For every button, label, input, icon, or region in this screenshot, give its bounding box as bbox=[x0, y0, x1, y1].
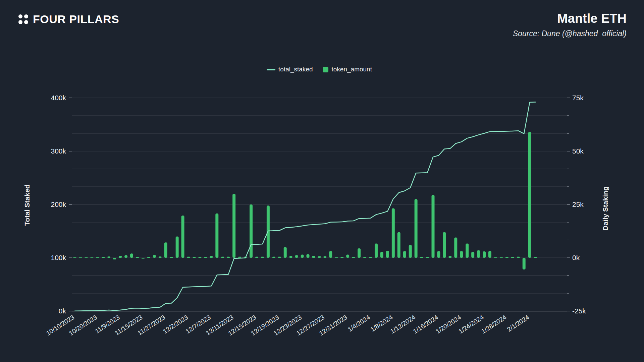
token-amount-bar bbox=[443, 232, 446, 258]
left-axis-tick-label: 200k bbox=[51, 200, 66, 208]
token-amount-bar bbox=[187, 257, 190, 258]
token-amount-bar bbox=[272, 257, 275, 258]
token-amount-bar bbox=[346, 254, 349, 258]
token-amount-bar bbox=[261, 257, 264, 258]
token-amount-bar bbox=[295, 255, 298, 258]
token-amount-bar bbox=[528, 132, 531, 258]
token-amount-bar bbox=[227, 257, 230, 258]
x-axis-date-label: 1/16/2024 bbox=[412, 314, 440, 335]
token-amount-bar bbox=[278, 257, 281, 258]
token-amount-bar bbox=[386, 251, 389, 258]
token-amount-bar bbox=[307, 254, 310, 258]
token-amount-bar bbox=[335, 257, 338, 258]
token-amount-bar bbox=[494, 257, 497, 258]
token-amount-bar bbox=[460, 251, 463, 258]
right-axis-tick-label: 25k bbox=[572, 200, 584, 208]
token-amount-bar bbox=[204, 257, 207, 258]
token-amount-bar bbox=[142, 258, 145, 259]
token-amount-bar bbox=[284, 247, 287, 258]
token-amount-bar bbox=[255, 257, 258, 258]
token-amount-bar bbox=[477, 250, 480, 258]
token-amount-bar bbox=[170, 257, 173, 258]
token-amount-bar bbox=[301, 254, 304, 258]
token-amount-bar bbox=[403, 251, 406, 258]
token-amount-bar bbox=[176, 236, 179, 258]
token-amount-bar bbox=[198, 257, 201, 258]
token-amount-bar bbox=[437, 251, 440, 258]
token-amount-bar bbox=[181, 216, 184, 258]
left-axis-title: Total Staked bbox=[23, 184, 31, 226]
token-amount-bar bbox=[375, 243, 378, 258]
token-amount-bars bbox=[73, 132, 537, 269]
token-amount-bar bbox=[358, 248, 361, 258]
token-amount-bar bbox=[500, 257, 503, 258]
right-axis-tick-label: 0k bbox=[572, 254, 580, 261]
token-amount-bar bbox=[483, 251, 486, 258]
token-amount-bar bbox=[312, 256, 315, 258]
token-amount-bar bbox=[90, 257, 93, 258]
token-amount-bar bbox=[426, 257, 429, 258]
token-amount-bar bbox=[289, 256, 292, 258]
right-axis-tick-label: -25k bbox=[572, 307, 586, 315]
token-amount-bar bbox=[340, 257, 343, 258]
token-amount-bar bbox=[136, 257, 139, 258]
token-amount-bar bbox=[488, 251, 491, 258]
token-amount-bar bbox=[119, 256, 122, 258]
token-amount-bar bbox=[318, 256, 321, 258]
token-amount-bar bbox=[113, 258, 116, 259]
token-amount-bar bbox=[380, 252, 383, 258]
left-axis-tick-label: 0k bbox=[59, 307, 66, 315]
token-amount-bar bbox=[124, 255, 127, 258]
x-axis-date-label: 1/20/2024 bbox=[435, 314, 463, 335]
token-amount-bar bbox=[523, 258, 526, 269]
token-amount-bar bbox=[221, 257, 224, 258]
x-axis-date-label: 1/12/2024 bbox=[389, 314, 417, 335]
token-amount-bar bbox=[352, 257, 355, 258]
left-axis-tick-label: 400k bbox=[51, 94, 66, 102]
token-amount-bar bbox=[323, 256, 326, 258]
token-amount-bar bbox=[397, 232, 400, 258]
token-amount-bar bbox=[471, 252, 474, 258]
token-amount-bar bbox=[409, 245, 412, 258]
token-amount-bar bbox=[466, 243, 469, 258]
token-amount-bar bbox=[420, 257, 423, 258]
page-root: FOUR PILLARS Mantle ETH Source: Dune (@h… bbox=[0, 0, 644, 362]
token-amount-bar bbox=[107, 256, 110, 258]
token-amount-bar bbox=[250, 204, 253, 258]
right-axis-title: Daily Staking bbox=[601, 186, 609, 231]
token-amount-bar bbox=[511, 257, 514, 258]
token-amount-bar bbox=[102, 257, 105, 258]
token-amount-bar bbox=[147, 257, 150, 258]
staking-chart: 0k100k200k300k400k-25k0k25k50k75kTotal S… bbox=[0, 0, 644, 362]
token-amount-bar bbox=[329, 251, 332, 258]
token-amount-bar bbox=[85, 257, 88, 258]
token-amount-bar bbox=[96, 257, 99, 258]
token-amount-bar bbox=[79, 257, 82, 258]
token-amount-bar bbox=[159, 256, 162, 258]
token-amount-bar bbox=[210, 256, 213, 258]
token-amount-bar bbox=[534, 257, 537, 258]
token-amount-bar bbox=[517, 257, 520, 258]
token-amount-bar bbox=[392, 208, 395, 258]
x-axis-date-label: 1/28/2024 bbox=[480, 314, 508, 335]
token-amount-bar bbox=[232, 194, 235, 258]
token-amount-bar bbox=[73, 257, 76, 258]
token-amount-bar bbox=[215, 214, 218, 258]
token-amount-bar bbox=[454, 238, 457, 258]
right-axis-tick-label: 75k bbox=[572, 94, 584, 102]
left-axis-tick-label: 300k bbox=[51, 147, 66, 155]
x-axis-date-label: 1/24/2024 bbox=[457, 314, 485, 335]
right-axis-tick-label: 50k bbox=[572, 147, 584, 155]
token-amount-bar bbox=[363, 257, 366, 258]
token-amount-bar bbox=[432, 195, 435, 258]
token-amount-bar bbox=[153, 255, 156, 258]
token-amount-bar bbox=[415, 199, 418, 258]
token-amount-bar bbox=[369, 257, 372, 258]
x-axis-date-label: 1/4/2024 bbox=[346, 314, 371, 333]
token-amount-bar bbox=[193, 257, 196, 258]
token-amount-bar bbox=[238, 257, 241, 258]
x-axis-date-label: 12/2/2023 bbox=[162, 314, 189, 335]
token-amount-bar bbox=[130, 253, 133, 258]
x-axis-date-label: 2/1/2024 bbox=[506, 314, 531, 333]
token-amount-bar bbox=[448, 256, 451, 258]
